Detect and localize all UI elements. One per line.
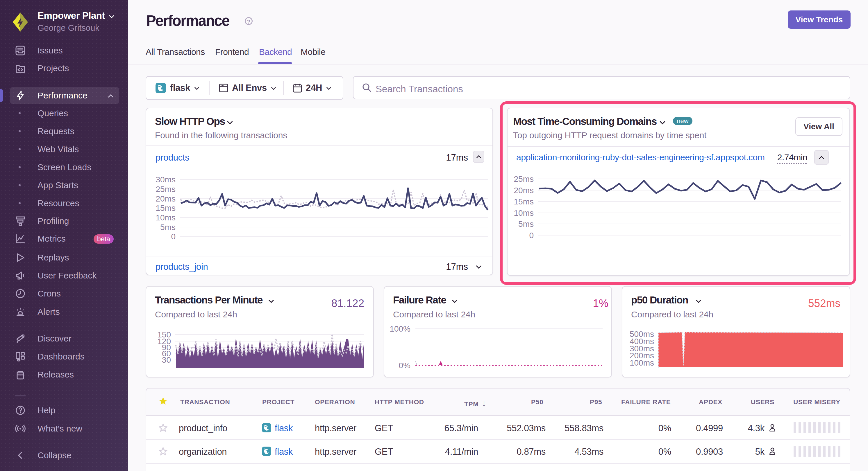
svg-text:15ms: 15ms: [156, 204, 176, 212]
svg-text:30ms: 30ms: [156, 175, 176, 184]
svg-text:100%: 100%: [390, 324, 410, 333]
svg-text:25ms: 25ms: [156, 185, 176, 194]
svg-text:20ms: 20ms: [514, 186, 534, 195]
svg-text:10ms: 10ms: [156, 213, 176, 222]
svg-text:30: 30: [162, 356, 171, 364]
svg-text:10ms: 10ms: [514, 208, 534, 217]
svg-text:0: 0: [171, 232, 176, 241]
svg-text:5ms: 5ms: [518, 220, 534, 229]
svg-text:100ms: 100ms: [630, 358, 654, 367]
svg-text:5ms: 5ms: [160, 223, 176, 232]
svg-text:15ms: 15ms: [514, 197, 534, 206]
svg-text:25ms: 25ms: [514, 174, 534, 183]
svg-text:0: 0: [529, 231, 534, 240]
svg-text:20ms: 20ms: [156, 194, 176, 203]
svg-text:0%: 0%: [399, 361, 410, 370]
